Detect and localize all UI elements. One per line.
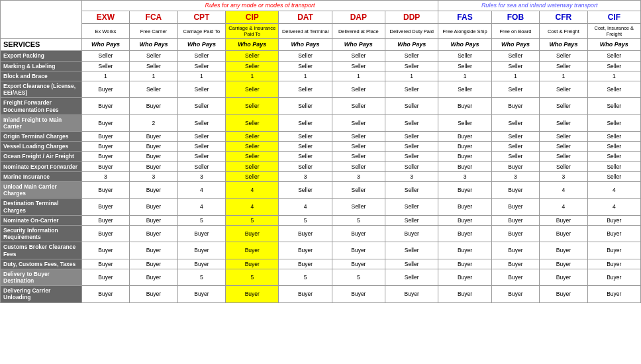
service-name: Marine Insurance [1, 171, 82, 181]
service-value: Seller [332, 182, 385, 199]
service-value: Seller [385, 51, 438, 61]
incoterm-CIP: CIP [226, 11, 279, 23]
service-value: Seller [491, 51, 539, 61]
service-value: 1 [130, 71, 177, 81]
incoterm-FOB: FOB [491, 11, 539, 23]
service-value: 1 [491, 71, 539, 81]
service-name: Delivering Carrier Unloading [1, 286, 82, 302]
service-value: 5 [332, 269, 385, 285]
service-value: Buyer [491, 269, 539, 285]
service-value: Seller [332, 98, 385, 114]
service-value: Seller [540, 51, 587, 61]
service-value: Seller [587, 132, 640, 142]
service-value: Seller [540, 81, 587, 97]
service-value: Seller [279, 61, 332, 71]
service-value: Seller [279, 132, 332, 142]
incoterm-CIF: CIF [587, 11, 640, 23]
incoterm-FAS: FAS [438, 11, 491, 23]
service-value: 4 [177, 182, 225, 199]
service-value: Seller [587, 61, 640, 71]
service-value: Buyer [587, 242, 640, 259]
service-value: Buyer [332, 286, 385, 302]
service-value: Buyer [81, 286, 129, 302]
incoterm-DAP: DAP [332, 11, 385, 23]
service-name: Delivery to Buyer Destination [1, 269, 82, 285]
service-value: Seller [226, 81, 279, 97]
who-pays-DAT: Who Pays [279, 39, 332, 51]
service-value: Buyer [438, 199, 491, 215]
service-row: Inland Freight to Main CarrierBuyer2Sell… [1, 114, 641, 131]
service-value: 3 [385, 171, 438, 181]
service-value: Buyer [540, 259, 587, 269]
service-value: Buyer [177, 259, 225, 269]
service-value: Buyer [587, 269, 640, 285]
service-name: Ocean Freight / Air Freight [1, 152, 82, 161]
service-value: Buyer [491, 98, 539, 114]
service-value: Buyer [491, 182, 539, 199]
service-value: Seller [587, 142, 640, 152]
service-value: Buyer [540, 242, 587, 259]
service-name: Origin Terminal Charges [1, 132, 82, 142]
service-value: Seller [491, 142, 539, 152]
service-value: Seller [177, 152, 225, 161]
service-row: Nominate Export ForwarderBuyerBuyerSelle… [1, 161, 641, 171]
service-value: Buyer [130, 269, 177, 285]
service-value: Buyer [81, 81, 129, 97]
service-value: Buyer [438, 182, 491, 199]
service-value: Seller [587, 81, 640, 97]
service-row: Freight Forwarder Documentation FeesBuye… [1, 98, 641, 114]
service-value: 1 [177, 71, 225, 81]
service-row: Duty, Customs Fees, TaxesBuyerBuyerBuyer… [1, 259, 641, 269]
service-value: Seller [226, 142, 279, 152]
service-value: Buyer [226, 225, 279, 242]
service-value: 5 [279, 215, 332, 225]
service-value: Buyer [438, 215, 491, 225]
service-value: Seller [177, 61, 225, 71]
service-name: Export Clearance (License, EEI/AES) [1, 81, 82, 97]
service-value: Buyer [130, 199, 177, 215]
service-value: Buyer [130, 98, 177, 114]
service-value: Buyer [438, 161, 491, 171]
service-value: Buyer [491, 199, 539, 215]
service-value: Seller [332, 81, 385, 97]
service-value: Buyer [130, 152, 177, 161]
group-header-row: Rules for any mode or modes of transport… [1, 1, 641, 11]
service-value: Seller [491, 114, 539, 131]
service-row: Security Information RequirementsBuyerBu… [1, 225, 641, 242]
incoterm-FCA: FCA [130, 11, 177, 23]
service-value: Seller [385, 161, 438, 171]
service-value: Buyer [177, 242, 225, 259]
service-row: Delivering Carrier UnloadingBuyerBuyerBu… [1, 286, 641, 302]
service-value: 1 [438, 71, 491, 81]
sub-FOB: Free on Board [491, 24, 539, 39]
service-value: Seller [226, 114, 279, 131]
service-value: 5 [226, 269, 279, 285]
sub-CPT: Carriage Paid To [177, 24, 225, 39]
service-value: Seller [385, 259, 438, 269]
service-value: Buyer [130, 132, 177, 142]
who-pays-FCA: Who Pays [130, 39, 177, 51]
service-value: Buyer [130, 161, 177, 171]
service-value: Seller [587, 152, 640, 161]
service-value: Seller [279, 142, 332, 152]
service-value: 5 [332, 215, 385, 225]
service-value: Seller [438, 114, 491, 131]
service-value: Seller [226, 152, 279, 161]
service-value: 1 [279, 71, 332, 81]
service-value: Buyer [491, 225, 539, 242]
service-value: Seller [130, 51, 177, 61]
service-value: Seller [177, 142, 225, 152]
service-value: Buyer [540, 215, 587, 225]
service-value: Buyer [438, 286, 491, 302]
service-value: Seller [438, 51, 491, 61]
service-value: Seller [587, 171, 640, 181]
service-value: Buyer [587, 259, 640, 269]
service-name: Inland Freight to Main Carrier [1, 114, 82, 131]
service-value: Seller [226, 61, 279, 71]
sub-CIF: Cost, Insurance & Freight [587, 24, 640, 39]
incoterms-table: Rules for any mode or modes of transport… [0, 0, 641, 303]
service-name: Freight Forwarder Documentation Fees [1, 98, 82, 114]
service-value: 4 [540, 199, 587, 215]
service-value: Seller [491, 61, 539, 71]
service-value: Seller [587, 51, 640, 61]
